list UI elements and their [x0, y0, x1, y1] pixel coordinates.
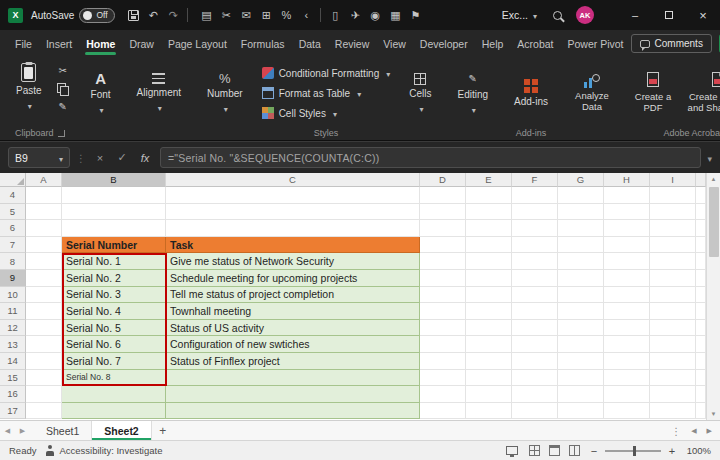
cell-F17[interactable]	[512, 403, 558, 420]
menu-tab-file[interactable]: File	[8, 33, 39, 55]
sheet-nav-right-icon[interactable]: ▶	[15, 427, 30, 435]
clipboard-dialog-launcher[interactable]	[58, 130, 65, 137]
row-header-5[interactable]: 5	[0, 204, 26, 221]
undo-button[interactable]	[143, 4, 163, 26]
cell-D9[interactable]	[420, 270, 466, 287]
cell-E4[interactable]	[466, 187, 512, 204]
cell-G6[interactable]	[558, 220, 604, 237]
worksheet-grid[interactable]: ABCDEFGHI4567Serial NumberTask8Serial No…	[0, 173, 720, 420]
editing-button[interactable]: Editing	[451, 60, 496, 126]
cell-A12[interactable]	[26, 320, 62, 337]
mail-icon[interactable]: ✉	[236, 4, 256, 26]
cell-B14[interactable]: Serial No. 7	[62, 353, 166, 370]
name-box[interactable]: B9	[8, 147, 70, 168]
cell-I4[interactable]	[650, 187, 696, 204]
minimize-button[interactable]	[618, 0, 652, 30]
cell-A4[interactable]	[26, 187, 62, 204]
cell-D13[interactable]	[420, 336, 466, 353]
cell-A14[interactable]	[26, 353, 62, 370]
menu-tab-help[interactable]: Help	[475, 33, 511, 55]
cell-F4[interactable]	[512, 187, 558, 204]
cell-B16[interactable]	[62, 386, 166, 403]
cell-C5[interactable]	[166, 204, 420, 221]
format-as-table-button[interactable]: Format as Table	[262, 85, 391, 102]
menu-tab-view[interactable]: View	[376, 33, 413, 55]
cell-A9[interactable]	[26, 270, 62, 287]
cell-G8[interactable]	[558, 253, 604, 270]
cell-G9[interactable]	[558, 270, 604, 287]
row-header-11[interactable]: 11	[0, 303, 26, 320]
cell-B6[interactable]	[62, 220, 166, 237]
cell-D10[interactable]	[420, 287, 466, 304]
cell-A6[interactable]	[26, 220, 62, 237]
alignment-button[interactable]: Alignment	[130, 60, 188, 126]
cell-A13[interactable]	[26, 336, 62, 353]
cell-F11[interactable]	[512, 303, 558, 320]
cell-F12[interactable]	[512, 320, 558, 337]
cell-A8[interactable]	[26, 253, 62, 270]
enter-icon[interactable]	[114, 148, 130, 168]
cell-G16[interactable]	[558, 386, 604, 403]
column-header-G[interactable]: G	[558, 173, 604, 187]
zoom-in-icon[interactable]: +	[667, 445, 677, 457]
cell-A7[interactable]	[26, 237, 62, 254]
close-button[interactable]	[686, 0, 720, 30]
hscroll-left-icon[interactable]: ◀	[691, 427, 696, 435]
cell-C8[interactable]: Give me status of Network Security	[166, 253, 420, 270]
cell-C4[interactable]	[166, 187, 420, 204]
cell-D8[interactable]	[420, 253, 466, 270]
vertical-scrollbar[interactable]: ▲ ▼	[706, 173, 720, 420]
cell-F15[interactable]	[512, 370, 558, 387]
cell-A16[interactable]	[26, 386, 62, 403]
table-icon[interactable]: ▦	[385, 4, 405, 26]
cell-B9[interactable]: Serial No. 2	[62, 270, 166, 287]
menu-tab-draw[interactable]: Draw	[122, 33, 161, 55]
cell-H6[interactable]	[604, 220, 650, 237]
percent-icon[interactable]: %	[276, 4, 296, 26]
cell-C13[interactable]: Configuration of new swtiches	[166, 336, 420, 353]
cell-F7[interactable]	[512, 237, 558, 254]
cell-H15[interactable]	[604, 370, 650, 387]
cell-I5[interactable]	[650, 204, 696, 221]
row-header-12[interactable]: 12	[0, 320, 26, 337]
cell-F14[interactable]	[512, 353, 558, 370]
cell-G10[interactable]	[558, 287, 604, 304]
cell-H5[interactable]	[604, 204, 650, 221]
cell-I13[interactable]	[650, 336, 696, 353]
copy-icon[interactable]: ▤	[196, 4, 216, 26]
cell-B8[interactable]: Serial No. 1	[62, 253, 166, 270]
addins-button[interactable]: Add-ins	[507, 60, 555, 126]
cell-B11[interactable]: Serial No. 4	[62, 303, 166, 320]
cell-H9[interactable]	[604, 270, 650, 287]
cell-I7[interactable]	[650, 237, 696, 254]
borders-icon[interactable]: ⊞	[256, 4, 276, 26]
cell-B15[interactable]: Serial No. 8	[62, 370, 166, 387]
cell-E16[interactable]	[466, 386, 512, 403]
cell-E5[interactable]	[466, 204, 512, 221]
cell-A17[interactable]	[26, 403, 62, 420]
cell-F6[interactable]	[512, 220, 558, 237]
cell-E6[interactable]	[466, 220, 512, 237]
cell-H11[interactable]	[604, 303, 650, 320]
autosave-control[interactable]: AutoSave Off	[31, 8, 115, 23]
cell-I11[interactable]	[650, 303, 696, 320]
cell-A15[interactable]	[26, 370, 62, 387]
cell-I12[interactable]	[650, 320, 696, 337]
send-icon[interactable]: ✈	[345, 4, 365, 26]
column-header-F[interactable]: F	[512, 173, 558, 187]
cell-C6[interactable]	[166, 220, 420, 237]
cell-H7[interactable]	[604, 237, 650, 254]
cell-D16[interactable]	[420, 386, 466, 403]
normal-view-icon[interactable]	[529, 445, 540, 456]
cell-H13[interactable]	[604, 336, 650, 353]
formula-bar-expand-icon[interactable]	[707, 152, 712, 164]
cell-F10[interactable]	[512, 287, 558, 304]
row-header-16[interactable]: 16	[0, 386, 26, 403]
sheet-tab-sheet2[interactable]: Sheet2	[92, 421, 151, 440]
cell-E17[interactable]	[466, 403, 512, 420]
cell-G17[interactable]	[558, 403, 604, 420]
cell-F16[interactable]	[512, 386, 558, 403]
zoom-level[interactable]: 100%	[683, 445, 711, 456]
cell-E8[interactable]	[466, 253, 512, 270]
cell-D5[interactable]	[420, 204, 466, 221]
